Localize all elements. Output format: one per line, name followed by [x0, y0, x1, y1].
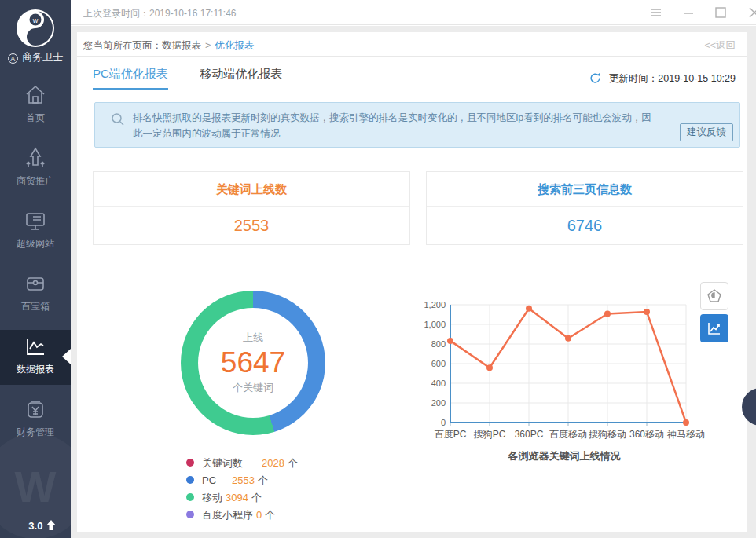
- save-image-icon: [706, 288, 722, 304]
- tab-mobile-report[interactable]: 移动端优化报表: [200, 67, 282, 88]
- donut-label-bottom: 个关键词: [233, 381, 273, 395]
- sidebar-item-label: 首页: [26, 112, 45, 123]
- app-logo-icon: w: [17, 9, 54, 47]
- svg-text:神马移动: 神马移动: [666, 429, 705, 440]
- svg-text:800: 800: [431, 339, 446, 349]
- sidebar-item-toolbox[interactable]: 百宝箱: [0, 267, 71, 322]
- donut-center: 上线 5647 个关键词: [198, 308, 308, 418]
- legend-value: 2553: [232, 474, 255, 486]
- svg-text:600: 600: [431, 359, 446, 368]
- sidebar: w A 商务卫士 首页 商贸推广 超级网站 百宝箱 数据报表: [0, 0, 71, 538]
- line-chart[interactable]: 02004006008001,0001,200百度PC搜狗PC360PC百度移动…: [423, 297, 706, 450]
- donut-label-top: 上线: [243, 331, 263, 345]
- main-panel: 您当前所在页面：数据报表>优化报表 <<返回 PC端优化报表 移动端优化报表 更…: [77, 32, 747, 532]
- stat-card-title: 关键词上线数: [94, 172, 409, 207]
- stat-card-value: 2553: [94, 207, 409, 245]
- update-time-text: 更新时间：2019-10-15 10:29: [609, 73, 736, 84]
- back-link[interactable]: <<返回: [704, 39, 736, 53]
- line-chart-toggle-button[interactable]: [700, 314, 728, 342]
- legend-unit: 个: [288, 457, 298, 469]
- svg-text:400: 400: [431, 379, 446, 388]
- maximize-icon[interactable]: [714, 5, 730, 20]
- sidebar-item-label: 超级网站: [17, 238, 54, 249]
- search-icon: [111, 112, 125, 126]
- breadcrumb-current-link[interactable]: 优化报表: [215, 40, 254, 51]
- stat-card-value: 6746: [427, 207, 743, 245]
- chart-legend: 关键词数2028个 PC2553个 移动3094个 百度小程序0个: [186, 456, 298, 525]
- sidebar-item-promotion[interactable]: 商贸推广: [0, 141, 71, 196]
- legend-label: PC: [202, 474, 216, 486]
- sidebar-item-label: 百宝箱: [21, 301, 50, 312]
- legend-item: 移动3094个: [186, 491, 298, 508]
- finance-icon: [24, 397, 47, 421]
- legend-item: 百度小程序0个: [186, 508, 298, 525]
- promotion-icon: [24, 146, 47, 170]
- breadcrumb-row: 您当前所在页面：数据报表>优化报表 <<返回: [77, 32, 747, 57]
- update-time: 更新时间：2019-10-15 10:29: [589, 71, 736, 86]
- svg-text:360PC: 360PC: [515, 429, 544, 440]
- sidebar-item-home[interactable]: 首页: [0, 79, 71, 134]
- save-as-image-button[interactable]: [700, 282, 728, 310]
- legend-label: 关键词数: [202, 457, 243, 469]
- up-arrow-icon: [46, 519, 57, 531]
- line-chart-icon: [706, 320, 722, 336]
- legend-label: 百度小程序: [202, 509, 253, 521]
- donut-value: 5647: [221, 346, 285, 379]
- website-icon: [24, 209, 47, 232]
- notice-text: 排名快照抓取的是报表更新时刻的真实数据，搜索引擎的排名是实时变化的，且不同地区i…: [133, 112, 651, 139]
- legend-dot: [186, 476, 194, 484]
- stat-card-title: 搜索前三页信息数: [427, 172, 743, 207]
- last-login-time: 上次登录时间：2019-10-16 17:11:46: [83, 7, 237, 20]
- legend-unit: 个: [265, 509, 275, 521]
- svg-text:1,000: 1,000: [424, 320, 446, 329]
- svg-text:百度PC: 百度PC: [435, 429, 467, 440]
- breadcrumb-prefix: 您当前所在页面：: [83, 40, 162, 51]
- minimize-icon[interactable]: [682, 5, 698, 20]
- brand-badge-icon: A: [8, 53, 18, 64]
- titlebar: 上次登录时间：2019-10-16 17:11:46: [71, 0, 756, 25]
- brand: A 商务卫士: [0, 50, 71, 64]
- legend-unit: 个: [251, 492, 262, 503]
- notice-banner: 排名快照抓取的是报表更新时刻的真实数据，搜索引擎的排名是实时变化的，且不同地区i…: [94, 102, 740, 148]
- breadcrumb-separator: >: [205, 40, 211, 51]
- line-chart-title: 各浏览器关键词上线情况: [423, 449, 706, 463]
- legend-item: 关键词数2028个: [186, 456, 298, 474]
- svg-text:200: 200: [431, 398, 446, 408]
- legend-item: PC2553个: [186, 474, 298, 491]
- svg-text:搜狗PC: 搜狗PC: [474, 429, 506, 440]
- legend-unit: 个: [258, 474, 268, 486]
- refresh-icon[interactable]: [589, 71, 602, 85]
- legend-dot: [186, 493, 194, 501]
- home-icon: [24, 83, 47, 107]
- sidebar-item-website[interactable]: 超级网站: [0, 204, 71, 259]
- sidebar-item-label: 商贸推广: [17, 175, 54, 186]
- svg-text:w: w: [32, 16, 39, 24]
- legend-dot: [186, 511, 194, 518]
- brand-name: 商务卫士: [22, 51, 63, 63]
- version-badge: 3.0: [0, 519, 71, 532]
- svg-text:0: 0: [441, 418, 446, 427]
- tab-bar: PC端优化报表 移动端优化报表: [93, 67, 310, 90]
- stat-card-keywords-online: 关键词上线数 2553: [93, 171, 410, 245]
- svg-text:百度移动: 百度移动: [549, 429, 587, 440]
- close-icon[interactable]: [748, 5, 756, 20]
- breadcrumb-section: 数据报表: [162, 40, 201, 51]
- toolbox-icon: [24, 272, 47, 295]
- stat-card-top3-info: 搜索前三页信息数 6746: [426, 171, 743, 245]
- tab-pc-report[interactable]: PC端优化报表: [93, 67, 168, 90]
- legend-value: 3094: [226, 492, 248, 503]
- legend-value: 0: [256, 509, 262, 521]
- report-icon: [24, 335, 47, 358]
- legend-dot: [186, 459, 194, 467]
- breadcrumb: 您当前所在页面：数据报表>优化报表: [83, 39, 254, 53]
- donut-ring[interactable]: 上线 5647 个关键词: [181, 291, 325, 435]
- legend-label: 移动: [202, 492, 222, 503]
- menu-icon[interactable]: [650, 5, 666, 20]
- svg-text:1,200: 1,200: [424, 300, 446, 309]
- svg-text:搜狗移动: 搜狗移动: [589, 429, 626, 440]
- sidebar-item-report[interactable]: 数据报表: [0, 330, 71, 385]
- active-item-pointer: [62, 349, 71, 364]
- sidebar-item-label: 数据报表: [17, 364, 54, 375]
- feedback-button[interactable]: 建议反馈: [680, 123, 733, 141]
- legend-value: 2028: [262, 457, 284, 469]
